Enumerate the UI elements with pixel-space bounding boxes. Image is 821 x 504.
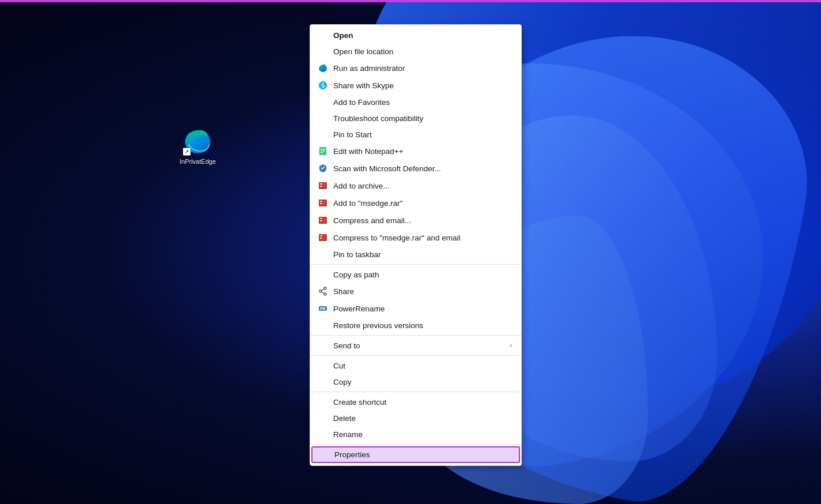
- menu-item-create-shortcut[interactable]: Create shortcut: [310, 394, 521, 410]
- submenu-arrow-icon: ›: [510, 341, 512, 349]
- desktop-icon-inprivatedge[interactable]: ↗ InPrivatEdge: [178, 126, 218, 165]
- svg-rect-13: [323, 183, 326, 188]
- menu-item-text-troubleshoot: Troubleshoot compatibility: [333, 114, 512, 123]
- menu-item-copy-path[interactable]: Copy as path: [310, 266, 521, 283]
- notepad-menu-icon: [317, 145, 329, 157]
- menu-item-text-copy: Copy: [333, 378, 512, 386]
- svg-text:PR: PR: [320, 307, 326, 311]
- menu-item-send-to[interactable]: Send to›: [310, 337, 521, 353]
- power-rename-menu-icon: PR: [317, 303, 329, 314]
- menu-item-text-power-rename: PowerRename: [333, 304, 512, 313]
- menu-item-restore-versions[interactable]: Restore previous versions: [310, 317, 521, 333]
- shortcut-arrow: ↗: [183, 148, 191, 156]
- svg-rect-11: [320, 186, 322, 187]
- menu-item-text-edit-notepad: Edit with Notepad++: [333, 147, 512, 156]
- menu-item-delete[interactable]: Delete: [310, 410, 521, 426]
- menu-item-copy[interactable]: Copy: [310, 374, 521, 390]
- winrar-menu-icon: [317, 232, 329, 243]
- menu-item-text-rename: Rename: [333, 430, 512, 439]
- defender-menu-icon: [317, 163, 329, 174]
- menu-item-compress-msedge-email[interactable]: Compress to "msedge.rar" and email: [310, 229, 521, 246]
- menu-item-text-share-skype: Share with Skype: [333, 81, 512, 90]
- menu-item-text-pin-start: Pin to Start: [333, 130, 512, 139]
- svg-rect-16: [320, 202, 322, 203]
- menu-item-text-compress-email: Compress and email...: [333, 216, 512, 225]
- menu-item-compress-email[interactable]: Compress and email...: [310, 212, 521, 229]
- menu-item-add-archive[interactable]: Add to archive...: [310, 177, 521, 194]
- menu-item-cut[interactable]: Cut: [310, 358, 521, 374]
- menu-item-pin-taskbar[interactable]: Pin to taskbar: [310, 246, 521, 262]
- svg-rect-12: [320, 187, 322, 188]
- menu-item-text-pin-taskbar: Pin to taskbar: [333, 250, 512, 259]
- menu-item-text-restore-versions: Restore previous versions: [333, 321, 512, 330]
- svg-rect-24: [320, 221, 322, 223]
- svg-rect-21: [320, 218, 322, 219]
- menu-item-add-favorites[interactable]: Add to Favorites: [310, 94, 521, 110]
- menu-item-edit-notepad[interactable]: Edit with Notepad++: [310, 142, 521, 160]
- svg-rect-18: [320, 204, 322, 205]
- menu-separator: [310, 335, 521, 336]
- svg-point-33: [324, 293, 326, 295]
- menu-item-text-cut: Cut: [333, 362, 512, 370]
- context-menu: OpenOpen file location Run as administra…: [310, 24, 522, 466]
- menu-item-text-compress-msedge-email: Compress to "msedge.rar" and email: [333, 234, 512, 242]
- menu-item-text-add-msedge-rar: Add to "msedge.rar": [333, 199, 512, 208]
- purple-border: [0, 0, 821, 2]
- menu-item-power-rename[interactable]: PR PowerRename: [310, 300, 521, 317]
- menu-separator: [310, 392, 521, 392]
- svg-rect-29: [320, 238, 322, 239]
- svg-text:S: S: [321, 82, 325, 89]
- menu-item-share[interactable]: Share: [310, 283, 521, 300]
- desktop-icon-label: InPrivatEdge: [180, 158, 216, 165]
- svg-rect-5: [321, 149, 325, 150]
- svg-rect-31: [323, 235, 326, 240]
- menu-item-text-copy-path: Copy as path: [333, 270, 512, 279]
- svg-rect-15: [320, 201, 322, 202]
- icon-wrapper: ↗: [183, 126, 213, 156]
- menu-item-share-skype[interactable]: S Share with Skype: [310, 77, 521, 94]
- svg-rect-6: [321, 151, 325, 152]
- svg-rect-28: [320, 236, 322, 238]
- menu-item-troubleshoot[interactable]: Troubleshoot compatibility: [310, 110, 521, 126]
- svg-rect-23: [320, 220, 322, 221]
- svg-rect-10: [320, 185, 322, 186]
- svg-rect-30: [320, 239, 322, 240]
- menu-item-text-share: Share: [333, 287, 512, 296]
- menu-item-open[interactable]: Open: [310, 27, 521, 43]
- menu-item-text-add-archive: Add to archive...: [333, 182, 512, 190]
- menu-item-text-create-shortcut: Create shortcut: [333, 398, 512, 407]
- menu-item-text-run-as-admin: Run as administrator: [333, 64, 512, 73]
- menu-item-open-file-location[interactable]: Open file location: [310, 43, 521, 59]
- menu-item-text-delete: Delete: [333, 414, 512, 423]
- winrar-menu-icon: [317, 197, 329, 209]
- skype-menu-icon: S: [317, 80, 329, 91]
- menu-item-text-scan-defender: Scan with Microsoft Defender...: [333, 164, 512, 173]
- svg-rect-22: [320, 219, 322, 220]
- menu-item-text-send-to: Send to: [333, 341, 510, 350]
- svg-rect-27: [320, 235, 322, 236]
- menu-item-add-msedge-rar[interactable]: Add to "msedge.rar": [310, 194, 521, 212]
- svg-point-34: [319, 290, 322, 292]
- menu-item-scan-defender[interactable]: Scan with Microsoft Defender...: [310, 160, 521, 177]
- desktop: ↗ InPrivatEdge OpenOpen file location Ru…: [0, 0, 821, 504]
- svg-line-36: [322, 292, 324, 294]
- svg-rect-19: [323, 201, 326, 205]
- menu-separator: [310, 264, 521, 265]
- svg-rect-25: [323, 218, 326, 223]
- menu-separator: [310, 444, 521, 445]
- winrar-menu-icon: [317, 180, 329, 191]
- menu-item-text-properties: Properties: [334, 450, 511, 459]
- menu-separator: [310, 355, 521, 356]
- menu-item-text-add-favorites: Add to Favorites: [333, 98, 512, 107]
- menu-item-properties[interactable]: Properties: [311, 446, 520, 463]
- menu-item-run-as-admin[interactable]: Run as administrator: [310, 59, 521, 77]
- menu-item-pin-start[interactable]: Pin to Start: [310, 126, 521, 142]
- winrar-menu-icon: [317, 215, 329, 226]
- menu-item-text-open: Open: [333, 31, 512, 40]
- svg-rect-7: [321, 152, 323, 153]
- menu-item-text-open-file-location: Open file location: [333, 47, 512, 56]
- share-menu-icon: [317, 285, 329, 297]
- svg-rect-17: [320, 203, 322, 204]
- menu-item-rename[interactable]: Rename: [310, 426, 521, 442]
- svg-line-35: [322, 289, 324, 291]
